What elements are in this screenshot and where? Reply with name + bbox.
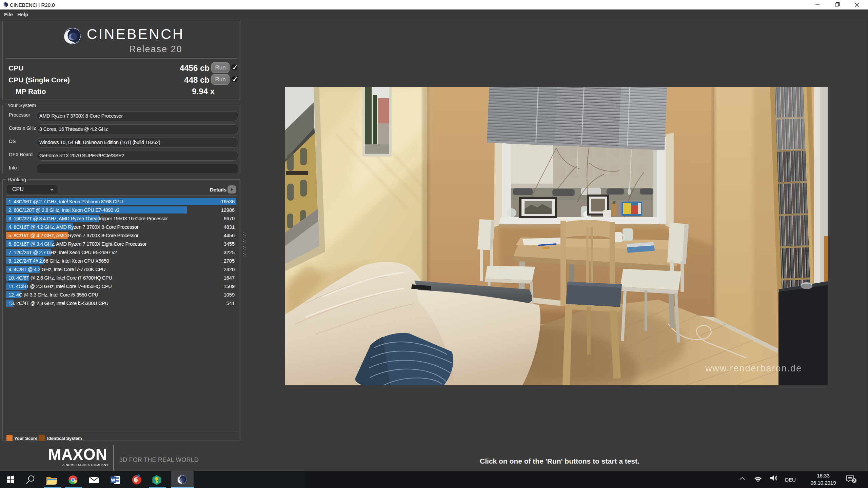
svg-text:W: W	[111, 477, 115, 483]
svg-text:16:33: 16:33	[817, 473, 830, 479]
svg-text:www.renderbaron.de: www.renderbaron.de	[705, 363, 802, 373]
svg-text:06.10.2019: 06.10.2019	[810, 480, 836, 486]
svg-text:2: 2	[853, 479, 855, 483]
svg-text:DEU: DEU	[785, 477, 796, 483]
